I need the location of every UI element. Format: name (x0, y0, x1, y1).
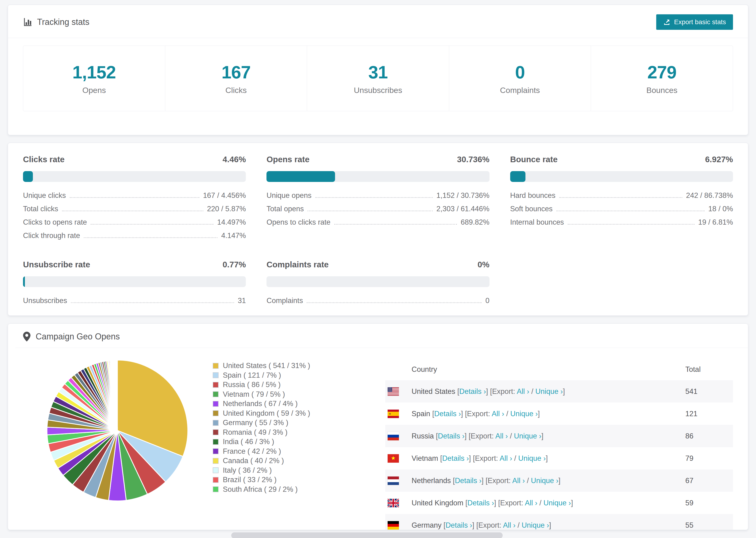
stats-strip: 1,152Opens167Clicks31Unsubscribes0Compla… (23, 45, 733, 111)
metric-label: Complaints (266, 296, 303, 305)
export-unique-link[interactable]: Unique › (544, 499, 571, 507)
legend-label: Canada ( 40 / 2% ) (223, 457, 284, 465)
export-all-link[interactable]: All › (500, 454, 512, 462)
rate-section-clicks-rate: Clicks rate4.46%Unique clicks167 / 4.456… (23, 155, 246, 245)
legend-label: Germany ( 55 / 3% ) (223, 418, 288, 427)
legend-item-vietnam[interactable]: Vietnam ( 79 / 5% ) (213, 390, 385, 399)
export-unique-link[interactable]: Unique › (518, 454, 546, 462)
bracket-text: / (525, 476, 531, 485)
legend-item-germany[interactable]: Germany ( 55 / 3% ) (213, 418, 385, 428)
dotted-leader (568, 224, 694, 225)
geo-row-text: United Kingdom [Details ›] [Export: All … (411, 499, 573, 507)
rate-section-unsubscribe-rate: Unsubscribe rate0.77%Unsubscribes31 (23, 260, 246, 310)
details-link[interactable]: Details › (434, 409, 461, 418)
geo-pie-chart (45, 359, 189, 502)
details-link[interactable]: Details › (467, 499, 494, 507)
bracket-text: / (537, 499, 544, 507)
geo-table-row-vietnam: Vietnam [Details ›] [Export: All › / Uni… (385, 447, 733, 469)
legend-item-south-africa[interactable]: South Africa ( 29 / 2% ) (213, 485, 385, 494)
metric-value: 242 / 86.738% (686, 191, 733, 200)
geo-legend: United States ( 541 / 31% )Spain ( 121 /… (213, 361, 385, 530)
export-all-link[interactable]: All › (517, 387, 529, 396)
details-link[interactable]: Details › (455, 476, 482, 485)
page-title: Tracking stats (23, 17, 89, 27)
legend-swatch (213, 363, 219, 369)
legend-label: Vietnam ( 79 / 5% ) (223, 390, 285, 399)
details-link[interactable]: Details › (442, 454, 469, 462)
details-link[interactable]: Details › (459, 387, 486, 396)
flag-es-icon (388, 409, 399, 418)
stat-label: Opens (82, 86, 106, 95)
geo-table-row-netherlands: Netherlands [Details ›] [Export: All › /… (385, 469, 733, 492)
legend-item-romania[interactable]: Romania ( 49 / 3% ) (213, 428, 385, 437)
export-all-link[interactable]: All › (492, 409, 504, 418)
horizontal-scrollbar-thumb[interactable] (231, 532, 503, 538)
dotted-leader (70, 197, 199, 198)
legend-item-netherlands[interactable]: Netherlands ( 67 / 4% ) (213, 399, 385, 409)
geo-row-text: United States [Details ›] [Export: All ›… (411, 387, 565, 396)
country-name: United States (411, 387, 458, 396)
metric-row-click-through-rate: Click through rate4.147% (23, 232, 246, 245)
metric-label: Unsubscribes (23, 296, 67, 305)
bracket-text: [ (436, 432, 438, 440)
dotted-leader (559, 197, 682, 198)
legend-label: United States ( 541 / 31% ) (223, 361, 310, 370)
metric-value: 4.147% (221, 232, 246, 240)
legend-swatch (213, 477, 219, 483)
legend-swatch (213, 486, 219, 492)
legend-item-brazil[interactable]: Brazil ( 33 / 2% ) (213, 475, 385, 485)
geo-total-value: 67 (685, 476, 693, 485)
export-all-link[interactable]: All › (495, 432, 508, 440)
legend-label: Russia ( 86 / 5% ) (223, 381, 281, 389)
export-unique-link[interactable]: Unique › (535, 387, 563, 396)
stat-box-opens: 1,152Opens (23, 46, 165, 111)
geo-total-value: 121 (685, 409, 698, 418)
export-all-link[interactable]: All › (512, 476, 525, 485)
legend-item-russia[interactable]: Russia ( 86 / 5% ) (213, 380, 385, 390)
legend-label: Spain ( 121 / 7% ) (223, 371, 281, 380)
export-unique-link[interactable]: Unique › (514, 432, 541, 440)
legend-item-united-kingdom[interactable]: United Kingdom ( 59 / 3% ) (213, 409, 385, 418)
rate-section-header: Complaints rate0% (266, 260, 489, 269)
metric-label: Total opens (266, 205, 304, 213)
dotted-leader (71, 302, 234, 303)
export-unique-link[interactable]: Unique › (522, 521, 549, 529)
export-unique-link[interactable]: Unique › (531, 476, 558, 485)
export-all-link[interactable]: All › (525, 499, 537, 507)
export-all-link[interactable]: All › (503, 521, 515, 529)
tracking-stats-header: Tracking stats Export basic stats (8, 5, 748, 38)
rate-section-header: Bounce rate6.927% (510, 155, 733, 164)
rate-title: Clicks rate (23, 155, 65, 164)
details-link[interactable]: Details › (446, 521, 472, 529)
legend-item-italy[interactable]: Italy ( 36 / 2% ) (213, 466, 385, 475)
progress-bar-track (23, 171, 246, 182)
legend-swatch (213, 420, 219, 426)
metric-label: Unique clicks (23, 191, 66, 200)
export-basic-stats-button[interactable]: Export basic stats (656, 14, 733, 30)
metric-value: 31 (238, 296, 246, 305)
metric-label: Soft bounces (510, 205, 553, 213)
legend-item-united-states[interactable]: United States ( 541 / 31% ) (213, 361, 385, 371)
rate-value: 0% (477, 260, 490, 269)
legend-item-india[interactable]: India ( 46 / 3% ) (213, 437, 385, 447)
metric-label: Click through rate (23, 232, 80, 240)
legend-item-spain[interactable]: Spain ( 121 / 7% ) (213, 371, 385, 380)
legend-item-france[interactable]: France ( 42 / 2% ) (213, 447, 385, 456)
stat-value: 167 (221, 62, 250, 82)
export-unique-link[interactable]: Unique › (510, 409, 538, 418)
stat-value: 0 (515, 62, 525, 82)
geo-total-value: 55 (685, 521, 693, 529)
legend-swatch (213, 467, 219, 473)
campaign-geo-opens-card: Campaign Geo Opens United States ( 541 /… (8, 323, 748, 530)
stat-label: Complaints (500, 86, 540, 95)
geo-table-row-united-kingdom: United Kingdom [Details ›] [Export: All … (385, 492, 733, 514)
rate-title: Unsubscribe rate (23, 260, 90, 269)
legend-item-canada[interactable]: Canada ( 40 / 2% ) (213, 456, 385, 466)
bracket-text: / (529, 387, 535, 396)
bracket-text: ] [Export: (472, 521, 503, 529)
bracket-text: [ (465, 499, 467, 507)
tracking-stats-title: Tracking stats (37, 17, 89, 27)
tracking-stats-card: Tracking stats Export basic stats 1,152O… (8, 5, 748, 135)
column-header-total: Total (685, 365, 701, 374)
details-link[interactable]: Details › (438, 432, 465, 440)
